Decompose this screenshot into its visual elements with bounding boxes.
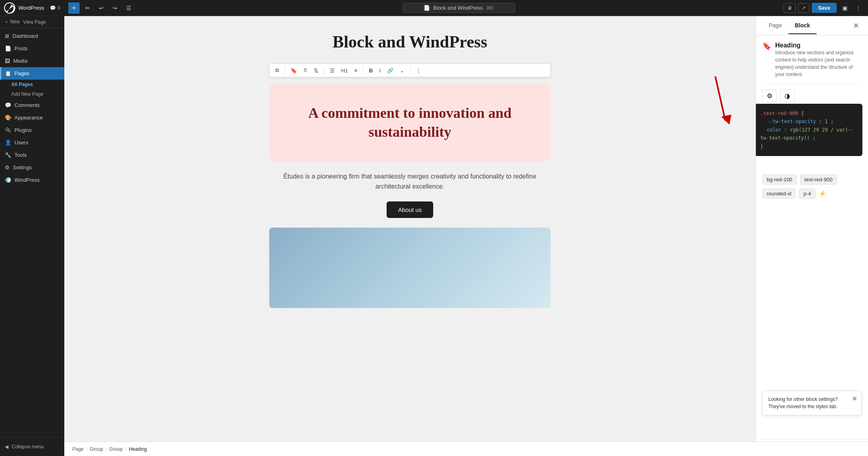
block-options-button[interactable]: ⋮	[414, 66, 424, 75]
sidebar-item-comments[interactable]: 💬 Comments	[0, 99, 64, 111]
toolbar-divider-4	[410, 66, 410, 74]
edit-mode-button[interactable]: ✏	[82, 2, 93, 14]
add-block-button[interactable]: +	[68, 2, 80, 14]
comment-icon: 💬	[50, 5, 56, 11]
preview-button[interactable]: 🖥	[784, 3, 796, 13]
sidebar-label-settings: Settings	[13, 164, 32, 170]
sidebar-item-tools[interactable]: 🔧 Tools	[0, 149, 64, 161]
breadcrumb-sep-2: ›	[106, 447, 107, 451]
breadcrumb-page[interactable]: Page	[72, 446, 84, 452]
collapse-icon: ◀	[5, 444, 8, 450]
about-btn-container: About us	[269, 201, 551, 218]
css-close-brace: }	[760, 144, 763, 149]
collapse-label: Collapse menu	[12, 444, 44, 450]
list-view-button[interactable]: ☰	[123, 2, 134, 14]
sidebar-label-plugins: Plugins	[14, 127, 32, 133]
breadcrumb-heading[interactable]: Heading	[129, 446, 147, 452]
block-toolbar: ⧉ 🔖 ⠿ ⇅ ☰ H1 ≡ B I 🔗 ⌄ ⋮	[269, 64, 551, 77]
posts-icon: 📄	[5, 45, 11, 51]
sidebar-item-dashboard[interactable]: ⊞ Dashboard	[0, 30, 64, 42]
collapse-menu-button[interactable]: ◀ Collapse menu	[5, 442, 59, 452]
sidebar-item-posts[interactable]: 📄 Posts	[0, 42, 64, 55]
save-button[interactable]: Save	[812, 3, 837, 13]
block-settings-row: ⚙ ◑	[762, 84, 862, 102]
sidebar-label-media: Media	[13, 58, 27, 64]
move-button[interactable]: ⠿	[301, 66, 310, 75]
css-rule-2: color : rgb(127 29 29 / var(--tw-text-op…	[760, 127, 854, 141]
undo-button[interactable]: ↩	[96, 2, 107, 14]
sidebar: WordPress 💬 0 ＋ New View Page ⊞ Dashboar…	[0, 0, 64, 456]
sidebar-item-settings[interactable]: ⚙ Settings	[0, 161, 64, 174]
tab-block[interactable]: Block	[788, 17, 817, 34]
copy-block-button[interactable]: ⧉	[273, 66, 281, 75]
lightning-icon: ⚡	[819, 190, 827, 197]
sidebar-item-media[interactable]: 🖼 Media	[0, 55, 64, 67]
notifications[interactable]: 💬 0	[50, 5, 60, 11]
text-align-button[interactable]: ≡	[352, 66, 360, 75]
bold-button[interactable]: B	[366, 66, 375, 75]
redo-button[interactable]: ↪	[109, 2, 121, 14]
toolbar-divider-2	[324, 66, 324, 74]
contrast-button[interactable]: ◑	[780, 90, 794, 102]
tag-text-red-900[interactable]: text-red-900	[800, 175, 837, 185]
toast-close-button[interactable]: ✕	[852, 394, 857, 404]
about-us-button[interactable]: About us	[387, 201, 433, 218]
options-button[interactable]: ⋮	[853, 2, 864, 14]
canvas-content: Block and WindPress ⧉ 🔖 ⠿ ⇅ ☰ H1 ≡ B I 🔗	[269, 32, 551, 440]
breadcrumb-sep-3: ›	[125, 447, 126, 451]
page-main-heading[interactable]: Block and WindPress	[269, 32, 551, 51]
notification-count: 0	[57, 5, 60, 11]
sidebar-subitem-add-new-page[interactable]: Add New Page	[0, 89, 64, 99]
breadcrumb-group-1[interactable]: Group	[90, 446, 103, 452]
external-link-button[interactable]: ↗	[798, 3, 809, 13]
breadcrumb-group-2[interactable]: Group	[109, 446, 123, 452]
sidebar-label-windpress: WindPress	[14, 177, 40, 183]
body-paragraph: Études is a pioneering firm that seamles…	[269, 171, 551, 192]
pages-icon: 📋	[5, 70, 11, 76]
media-icon: 🖼	[5, 58, 10, 64]
tab-page[interactable]: Page	[762, 17, 788, 34]
image-block[interactable]	[269, 228, 551, 308]
block-info-text: Heading Introduce new sections and organ…	[775, 42, 862, 78]
sidebar-item-users[interactable]: 👤 Users	[0, 136, 64, 149]
close-panel-button[interactable]: ✕	[850, 20, 862, 31]
new-button[interactable]: ＋ New	[4, 18, 20, 25]
sidebar-label-appearance: Appearance	[14, 115, 43, 121]
sidebar-nav: ⊞ Dashboard 📄 Posts 🖼 Media 📋 Pages All …	[0, 28, 64, 437]
heading-level-button[interactable]: H1	[339, 66, 350, 75]
hero-block[interactable]: A commitment to innovation and sustainab…	[269, 84, 551, 162]
tag-p-4[interactable]: p-4	[799, 189, 815, 199]
block-description: Introduce new sections and organize cont…	[775, 49, 862, 78]
breadcrumb: Page › Group › Group › Heading	[64, 442, 868, 456]
toast-notification: Looking for other block settings? They'v…	[762, 390, 862, 415]
bookmark-icon-button[interactable]: 🔖	[288, 66, 299, 75]
sidebar-subitem-all-pages[interactable]: All Pages	[0, 80, 64, 89]
plugins-icon: 🔌	[5, 127, 11, 133]
link-button[interactable]: 🔗	[385, 66, 396, 75]
toast-text: Looking for other block settings? They'v…	[768, 396, 838, 409]
sidebar-label-users: Users	[14, 140, 28, 146]
right-panel-tabs: Page Block ✕	[756, 16, 868, 35]
tag-bg-red-100[interactable]: bg-red-100	[762, 175, 797, 185]
sidebar-item-pages[interactable]: 📋 Pages	[0, 67, 64, 80]
sidebar-item-appearance[interactable]: 🎨 Appearance	[0, 111, 64, 124]
align-button[interactable]: ☰	[328, 66, 337, 75]
block-info: 🔖 Heading Introduce new sections and org…	[762, 42, 862, 78]
sidebar-item-windpress[interactable]: 💨 WindPress	[0, 174, 64, 186]
page-title-button[interactable]: 📄 Block and WindPress ⌘K	[403, 3, 515, 13]
sidebar-item-plugins[interactable]: 🔌 Plugins	[0, 124, 64, 136]
sidebar-label-posts: Posts	[14, 45, 28, 51]
gear-button[interactable]: ⚙	[762, 90, 777, 102]
toggle-sidebar-button[interactable]: ▣	[839, 2, 850, 14]
tag-rounded-xl[interactable]: rounded-xl	[762, 189, 796, 199]
sidebar-label-tools: Tools	[14, 152, 27, 158]
css-open-brace: {	[801, 111, 804, 116]
breadcrumb-sep-1: ›	[86, 447, 87, 451]
italic-button[interactable]: I	[377, 66, 383, 75]
more-options-button[interactable]: ⌄	[397, 66, 407, 75]
editor-container: Block and WindPress ⧉ 🔖 ⠿ ⇅ ☰ H1 ≡ B I 🔗	[64, 16, 868, 456]
view-page-link[interactable]: View Page	[23, 19, 46, 25]
settings-icon: ⚙	[5, 164, 10, 170]
css-tooltip: .text-red-900 { --tw-text-opacity : 1 ; …	[756, 104, 862, 156]
arrows-button[interactable]: ⇅	[311, 66, 321, 75]
